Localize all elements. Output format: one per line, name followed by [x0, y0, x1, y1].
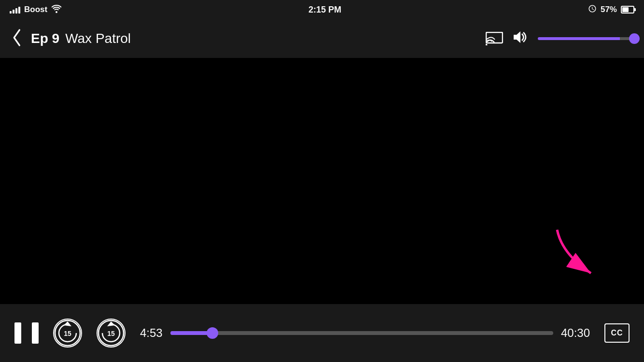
cc-label: CC	[611, 329, 623, 337]
total-time: 40:30	[561, 326, 590, 340]
progress-area: 4:53 40:30	[140, 326, 590, 340]
signal-bars-icon	[10, 6, 20, 14]
volume-icon	[513, 30, 528, 47]
volume-slider[interactable]	[538, 37, 634, 40]
battery-percent: 57%	[601, 5, 617, 14]
pause-bar-left	[14, 322, 21, 344]
pause-button[interactable]	[14, 322, 39, 344]
skip-back-button[interactable]: 15	[53, 319, 82, 348]
episode-number: Ep 9	[31, 31, 59, 46]
current-time: 4:53	[140, 326, 163, 340]
status-time: 2:15 PM	[308, 5, 341, 15]
alarm-icon	[588, 4, 597, 15]
status-left: Boost	[10, 4, 62, 15]
volume-slider-container[interactable]	[538, 37, 634, 40]
skip-forward-button[interactable]: 15	[97, 319, 126, 348]
back-button[interactable]	[10, 28, 23, 50]
progress-thumb	[207, 327, 218, 339]
svg-text:15: 15	[64, 330, 71, 337]
cast-icon[interactable]	[486, 32, 503, 45]
header-controls	[486, 30, 634, 47]
battery-fill	[622, 7, 629, 12]
wifi-icon	[51, 4, 62, 15]
carrier-label: Boost	[24, 5, 47, 14]
svg-point-1	[486, 44, 488, 46]
svg-marker-2	[514, 31, 520, 43]
show-title: Wax Patrol	[65, 31, 131, 46]
svg-marker-5	[64, 321, 71, 326]
progress-track[interactable]	[170, 331, 553, 335]
status-bar: Boost 2:15 PM 57%	[0, 0, 644, 19]
svg-text:15: 15	[107, 330, 115, 337]
volume-thumb	[629, 33, 640, 44]
cc-button[interactable]: CC	[604, 323, 630, 343]
pause-bar-right	[32, 322, 39, 344]
arrow-annotation	[547, 225, 605, 285]
battery-icon	[621, 6, 634, 14]
controls-bar: 15 15 4:53 40:30 CC	[0, 304, 644, 362]
status-right: 57%	[588, 4, 634, 15]
header-bar: Ep 9 Wax Patrol	[0, 19, 644, 58]
header-title: Ep 9 Wax Patrol	[31, 31, 486, 46]
svg-marker-8	[107, 321, 115, 326]
progress-fill	[170, 331, 212, 335]
